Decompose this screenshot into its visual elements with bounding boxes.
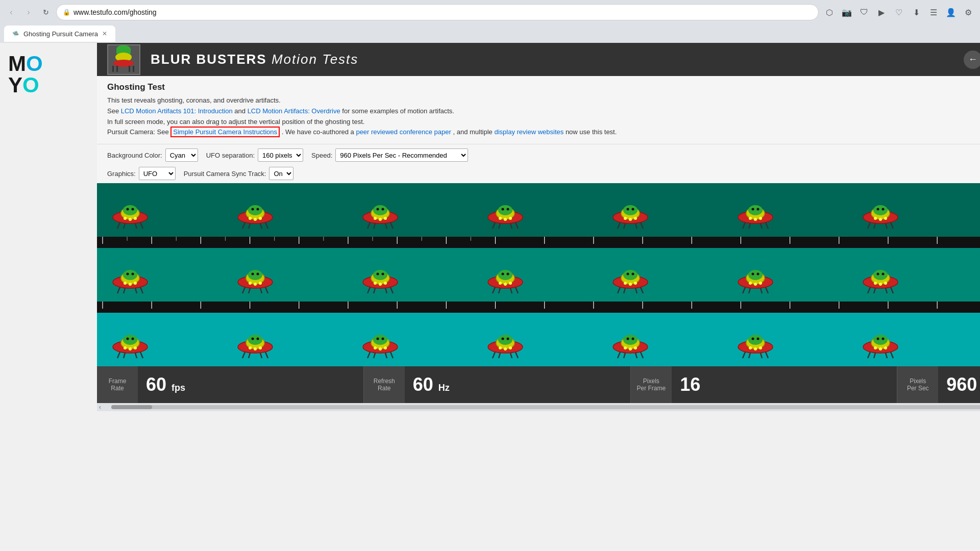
svg-point-317: [509, 346, 512, 349]
svg-point-215: [882, 273, 885, 276]
svg-line-347: [868, 352, 870, 358]
ufo-sprite: [107, 191, 153, 229]
svg-point-142: [127, 273, 129, 276]
sync-select[interactable]: OnOff: [269, 167, 293, 180]
svg-point-305: [384, 346, 387, 349]
svg-line-170: [385, 288, 387, 293]
conference-paper-link[interactable]: peer reviewed conference paper: [356, 128, 451, 136]
graphics-select[interactable]: UFOSquareCircle: [139, 167, 176, 180]
nav-prev-button[interactable]: ←: [964, 51, 980, 69]
speed-select[interactable]: 480 Pixels Per Sec 960 Pixels Per Sec - …: [335, 148, 468, 162]
header-bar: BLUR BUSTERS Motion Tests ← Ghosting / P…: [97, 43, 980, 76]
svg-line-206: [761, 288, 762, 293]
svg-point-23: [259, 217, 262, 220]
heart-icon[interactable]: ♡: [891, 5, 906, 20]
svg-line-312: [499, 353, 500, 358]
back-button[interactable]: ‹: [4, 5, 18, 19]
svg-point-45: [499, 217, 502, 220]
svg-point-179: [507, 273, 509, 276]
main-content: BLUR BUSTERS Motion Tests ← Ghosting / P…: [97, 43, 980, 411]
svg-line-194: [635, 288, 637, 293]
pursuit-instructions-link[interactable]: Simple Pursuit Camera Instructions: [170, 127, 280, 137]
svg-point-310: [507, 338, 509, 340]
svg-line-8: [140, 222, 143, 229]
svg-point-328: [629, 347, 632, 350]
menu-icon[interactable]: ☰: [926, 5, 941, 20]
svg-point-47: [509, 217, 512, 220]
speed-control: Speed: 480 Pixels Per Sec 960 Pixels Per…: [311, 148, 468, 162]
svg-line-323: [618, 352, 620, 358]
svg-point-329: [634, 346, 637, 349]
ufo-sprite: [732, 191, 778, 229]
svg-line-181: [499, 288, 500, 293]
profile-icon[interactable]: 👤: [943, 5, 959, 20]
track-3: [97, 313, 980, 366]
svg-line-349: [886, 353, 887, 358]
svg-line-32: [390, 222, 393, 229]
svg-line-144: [117, 287, 120, 293]
svg-line-195: [641, 287, 643, 293]
svg-line-29: [368, 222, 370, 229]
svg-point-52: [632, 208, 634, 211]
svg-line-169: [374, 288, 375, 293]
info-line3: In full screen mode, you can also drag t…: [107, 117, 980, 128]
svg-point-273: [127, 338, 129, 340]
page: M O Y O: [0, 43, 980, 411]
separation-select[interactable]: 80 pixels160 pixels240 pixels: [258, 148, 303, 162]
scrollbar-thumb[interactable]: [111, 405, 152, 409]
svg-line-17: [242, 222, 245, 229]
display-review-link[interactable]: display review websites: [494, 128, 564, 136]
svg-point-280: [129, 347, 132, 350]
graphics-label: Graphics:: [107, 170, 136, 178]
svg-point-210: [759, 282, 762, 285]
download-icon[interactable]: ⬇: [909, 5, 924, 20]
url-text: www.testufo.com/ghosting: [74, 8, 812, 16]
svg-point-173: [379, 283, 382, 286]
svg-point-57: [624, 217, 627, 220]
ufo-sprite: [482, 320, 528, 359]
svg-line-277: [135, 353, 137, 358]
svg-point-81: [874, 217, 877, 220]
ufo-sprite: [732, 320, 778, 359]
svg-point-220: [874, 282, 877, 285]
svg-point-292: [254, 347, 257, 350]
lcd-overdrive-link[interactable]: LCD Motion Artifacts: Overdrive: [248, 107, 340, 115]
svg-line-300: [374, 353, 375, 358]
address-bar[interactable]: 🔒 www.testufo.com/ghosting: [56, 4, 819, 20]
svg-point-297: [377, 338, 379, 340]
svg-point-63: [752, 208, 754, 211]
refresh-button[interactable]: ↻: [39, 5, 53, 19]
svg-line-311: [493, 352, 495, 358]
svg-point-308: [498, 335, 512, 345]
svg-line-205: [749, 288, 750, 293]
svg-line-314: [516, 352, 518, 358]
tab-bar: 🛸 Ghosting Pursuit Camera ✕: [0, 24, 980, 43]
svg-point-209: [754, 283, 757, 286]
shield-icon[interactable]: 🛡: [856, 5, 872, 20]
svg-line-313: [510, 353, 512, 358]
extension-icon[interactable]: ⬡: [822, 5, 837, 20]
svg-line-325: [635, 353, 637, 358]
svg-point-16: [257, 208, 259, 211]
svg-line-157: [249, 288, 250, 293]
refresh-rate-value: 60 Hz: [405, 374, 458, 395]
svg-rect-247: [100, 302, 980, 313]
scrollbar-track[interactable]: [111, 405, 980, 409]
play-icon[interactable]: ▶: [874, 5, 889, 20]
svg-line-41: [493, 222, 495, 229]
bg-color-select[interactable]: CyanBlackWhiteGray: [165, 148, 198, 162]
tab-close-button[interactable]: ✕: [102, 30, 107, 37]
svg-line-171: [390, 287, 393, 293]
forward-button[interactable]: ›: [21, 5, 36, 19]
camera-icon[interactable]: 📷: [839, 5, 854, 20]
scroll-left-arrow[interactable]: ‹: [99, 404, 101, 411]
svg-line-337: [761, 353, 762, 358]
active-tab[interactable]: 🛸 Ghosting Pursuit Camera ✕: [4, 26, 115, 42]
settings-icon[interactable]: ⚙: [961, 5, 976, 20]
svg-line-168: [368, 287, 370, 293]
svg-point-279: [124, 346, 127, 349]
lcd-intro-link[interactable]: LCD Motion Artifacts 101: Introduction: [121, 107, 233, 115]
svg-point-284: [248, 335, 262, 345]
scrollbar-area[interactable]: ‹ ›: [97, 403, 980, 411]
svg-line-55: [635, 223, 637, 229]
